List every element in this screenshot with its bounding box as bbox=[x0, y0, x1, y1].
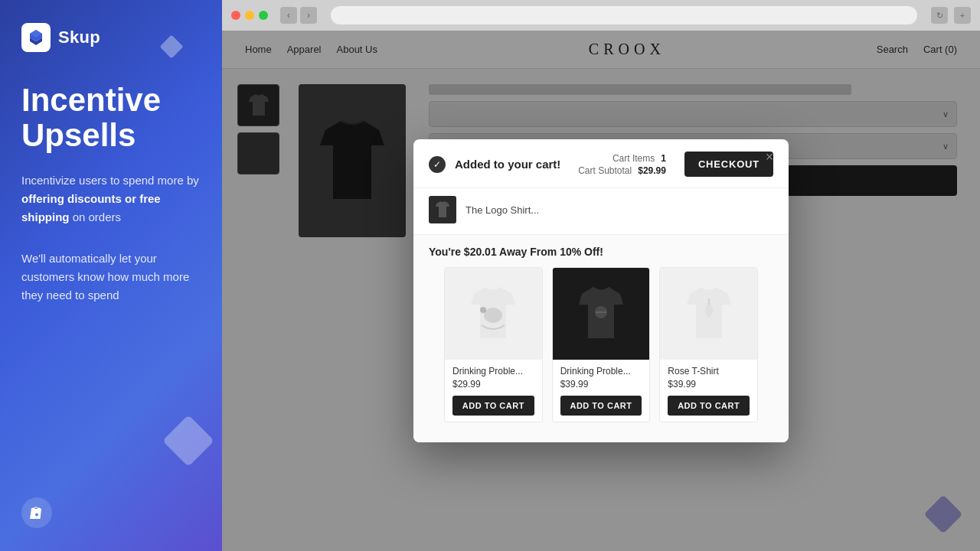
product-card-img-2 bbox=[553, 268, 650, 360]
diamond-decoration-large bbox=[162, 415, 214, 467]
reload-button[interactable]: ↻ bbox=[931, 7, 948, 24]
product-card-body-2: Drinking Proble... $39.99 ADD TO CART bbox=[553, 360, 650, 422]
back-arrow[interactable]: ‹ bbox=[280, 7, 297, 24]
upsell-product-1: Drinking Proble... $29.99 ADD TO CART bbox=[444, 267, 543, 422]
products-grid: Drinking Proble... $29.99 ADD TO CART bbox=[429, 267, 773, 435]
svg-point-1 bbox=[480, 307, 486, 313]
product-card-name-2: Drinking Proble... bbox=[560, 366, 642, 377]
add-to-cart-upsell-2[interactable]: ADD TO CART bbox=[560, 396, 642, 416]
forward-arrow[interactable]: › bbox=[300, 7, 317, 24]
upsell-product-3: Rose T-Shirt $39.99 ADD TO CART bbox=[659, 267, 758, 422]
modal-product-name: The Logo Shirt... bbox=[466, 204, 539, 216]
modal-overlay: ✓ Added to your cart! Cart Items 1 Cart … bbox=[222, 31, 980, 551]
description2: We'll automatically let your customers k… bbox=[21, 249, 201, 305]
product-card-body-3: Rose T-Shirt $39.99 ADD TO CART bbox=[660, 360, 757, 422]
cart-items-count: 1 bbox=[661, 153, 666, 164]
check-icon: ✓ bbox=[429, 156, 446, 173]
cart-subtotal-label: Cart Subtotal bbox=[578, 165, 632, 176]
browser-window: ‹ › ↻ + Home Apparel About Us CROOX Sear… bbox=[222, 0, 980, 551]
add-to-cart-upsell-1[interactable]: ADD TO CART bbox=[452, 396, 534, 416]
incentive-text: You're $20.01 Away From 10% Off! bbox=[429, 246, 773, 258]
left-panel: Skup IncentiveUpsells Incentivize users … bbox=[0, 0, 222, 551]
add-to-cart-upsell-3[interactable]: ADD TO CART bbox=[668, 396, 750, 416]
cart-subtotal-row: Cart Subtotal $29.99 bbox=[578, 165, 666, 176]
upsell-product-2: Drinking Proble... $39.99 ADD TO CART bbox=[552, 267, 651, 422]
minimize-traffic-light[interactable] bbox=[245, 11, 254, 20]
product-card-name-3: Rose T-Shirt bbox=[668, 366, 750, 377]
product-card-price-1: $29.99 bbox=[452, 379, 534, 390]
address-bar[interactable] bbox=[331, 6, 917, 24]
product-card-img-3 bbox=[660, 268, 757, 360]
product-card-img-1 bbox=[445, 268, 542, 360]
modal-product-row: The Logo Shirt... bbox=[413, 188, 789, 235]
cart-items-label: Cart Items bbox=[612, 153, 655, 164]
nav-arrows: ‹ › bbox=[280, 7, 317, 24]
headline: IncentiveUpsells bbox=[21, 83, 201, 153]
description1: Incentivize users to spend more by offer… bbox=[21, 171, 201, 227]
checkout-button[interactable]: CHECKOUT bbox=[684, 152, 773, 177]
cart-info: Cart Items 1 Cart Subtotal $29.99 bbox=[578, 153, 666, 176]
cart-subtotal-amount: $29.99 bbox=[638, 165, 666, 176]
svg-point-0 bbox=[484, 308, 502, 323]
product-card-body-1: Drinking Proble... $29.99 ADD TO CART bbox=[445, 360, 542, 422]
cart-modal: ✓ Added to your cart! Cart Items 1 Cart … bbox=[413, 139, 789, 442]
product-card-price-3: $39.99 bbox=[668, 379, 750, 390]
traffic-lights bbox=[231, 11, 268, 20]
logo-text: Skup bbox=[58, 28, 100, 47]
close-modal-button[interactable]: × bbox=[761, 148, 778, 165]
modal-header: ✓ Added to your cart! Cart Items 1 Cart … bbox=[413, 139, 789, 188]
product-card-name-1: Drinking Proble... bbox=[452, 366, 534, 377]
browser-actions: ↻ + bbox=[931, 7, 971, 24]
cart-items-row: Cart Items 1 bbox=[612, 153, 666, 164]
shopify-badge bbox=[21, 497, 52, 528]
added-to-cart-text: Added to your cart! bbox=[455, 158, 560, 171]
add-tab-button[interactable]: + bbox=[954, 7, 971, 24]
skup-logo-icon bbox=[21, 23, 51, 52]
maximize-traffic-light[interactable] bbox=[259, 11, 268, 20]
store-page: Home Apparel About Us CROOX Search Cart … bbox=[222, 31, 980, 551]
modal-product-image bbox=[429, 196, 456, 223]
product-card-price-2: $39.99 bbox=[560, 379, 642, 390]
browser-chrome: ‹ › ↻ + bbox=[222, 0, 980, 31]
close-traffic-light[interactable] bbox=[231, 11, 240, 20]
incentive-bar: You're $20.01 Away From 10% Off! bbox=[413, 235, 789, 442]
